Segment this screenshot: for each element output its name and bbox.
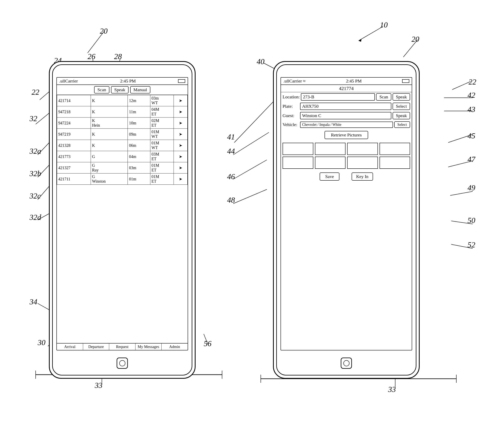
item-id: 421327 (57, 162, 91, 173)
ref-33-left: 33 (95, 381, 102, 390)
scan-button-left[interactable]: Scan (94, 86, 109, 94)
keyin-button[interactable]: Key In (352, 172, 373, 181)
item-id: 947218 (57, 106, 91, 118)
item-id: 421714 (57, 95, 91, 106)
plate-input[interactable] (300, 103, 391, 110)
svg-marker-1 (359, 39, 362, 42)
ref-32a: 32a (30, 146, 41, 156)
ref-10: 10 (380, 20, 388, 29)
item-code: 01MWT (150, 129, 174, 140)
tab-admin[interactable]: Admin (162, 343, 188, 350)
time-left: 2:45 PM (120, 78, 136, 84)
item-code: 04MET (150, 106, 174, 118)
guest-input[interactable] (300, 112, 391, 119)
plate-select-button[interactable]: Select (392, 103, 410, 110)
item-arrow[interactable]: ➤ (174, 151, 188, 162)
ref-43: 43 (467, 105, 475, 114)
pictures-grid (283, 143, 410, 169)
list-item[interactable]: 421714 K 12m 03mWT ➤ (57, 95, 188, 106)
ref-49: 49 (467, 183, 475, 192)
list-item[interactable]: 421711 GWinston 01m 01MET ➤ (57, 173, 188, 185)
pictures-section (281, 140, 412, 170)
ref-30: 30 (38, 338, 45, 347)
list-item[interactable]: 421773 G 04m 03MET ➤ (57, 151, 188, 162)
retrieve-section: Retrieve Pictures (281, 129, 412, 140)
time-right: 2:45 PM (346, 78, 362, 84)
ref-50: 50 (467, 216, 475, 225)
item-time: 09m (128, 129, 150, 140)
picture-cell-2[interactable] (315, 143, 346, 155)
tab-request[interactable]: Request (109, 343, 136, 350)
tab-arrival[interactable]: Arrival (57, 343, 83, 350)
manual-button-left[interactable]: Manual (130, 86, 150, 94)
retrieve-pictures-button[interactable]: Retrieve Pictures (325, 131, 368, 139)
picture-cell-3[interactable] (347, 143, 378, 155)
nav-tabs-left: Arrival Departure Request My Messages Ad… (57, 343, 188, 350)
item-zone: K (91, 140, 128, 151)
tab-departure[interactable]: Departure (83, 343, 109, 350)
ref-44: 44 (227, 146, 235, 156)
ref-48: 48 (227, 195, 235, 204)
location-scan-button[interactable]: Scan (376, 93, 391, 101)
location-row: Location: Scan Speak (281, 92, 412, 102)
home-button-left[interactable] (117, 358, 128, 369)
phone-left: .ullCarrier 2:45 PM Scan Speak Manual 42… (49, 61, 196, 379)
item-arrow[interactable]: ➤ (174, 118, 188, 129)
item-zone: KHein (91, 118, 128, 129)
ref-32d: 32d (30, 213, 41, 222)
list-item[interactable]: 947224 KHein 10m 02MET ➤ (57, 118, 188, 129)
guest-speak-button[interactable]: Speak (392, 112, 410, 119)
speak-button-left[interactable]: Speak (111, 86, 128, 94)
vehicle-select-button[interactable]: Select (394, 121, 410, 128)
ref-40: 40 (257, 57, 265, 66)
item-code: 02MET (150, 118, 174, 129)
svg-line-0 (359, 26, 383, 41)
item-arrow[interactable]: ➤ (174, 162, 188, 173)
guest-row: Guest: Speak (281, 111, 412, 120)
item-zone: K (91, 95, 128, 106)
item-zone: G (91, 151, 128, 162)
picture-cell-6[interactable] (315, 157, 346, 169)
ref-32b: 32b (30, 169, 41, 178)
item-code: 01MWT (150, 140, 174, 151)
phone-right: .ullCarrier ≈ 2:45 PM 421774 Location: S… (273, 61, 420, 379)
item-arrow[interactable]: ➤ (174, 129, 188, 140)
plate-label: Plate: (283, 104, 299, 109)
item-time: 06m (128, 140, 150, 151)
svg-line-21 (233, 132, 269, 155)
ref-47: 47 (467, 155, 475, 164)
list-item[interactable]: 947219 K 09m 01MWT ➤ (57, 129, 188, 140)
list-item[interactable]: 947218 K 11m 04MET ➤ (57, 106, 188, 118)
picture-cell-8[interactable] (379, 157, 410, 169)
item-time: 03m (128, 162, 150, 173)
ref-20-left: 20 (100, 26, 108, 36)
svg-line-18 (234, 98, 277, 143)
ref-20-right: 20 (412, 35, 419, 44)
save-button-right[interactable]: Save (320, 172, 340, 181)
location-speak-button[interactable]: Speak (392, 93, 410, 101)
list-item[interactable]: 421327 GRay 03m 01MET ➤ (57, 162, 188, 173)
item-code: 03MET (150, 151, 174, 162)
vehicle-input[interactable] (300, 122, 393, 128)
item-id: 947219 (57, 129, 91, 140)
item-arrow[interactable]: ➤ (174, 106, 188, 118)
picture-cell-1[interactable] (283, 143, 313, 155)
detail-id: 421774 (281, 85, 412, 92)
home-button-right[interactable] (341, 358, 352, 369)
list-item[interactable]: 421328 K 06m 01MWT ➤ (57, 140, 188, 151)
status-bar-right: .ullCarrier ≈ 2:45 PM (281, 78, 412, 85)
svg-line-5 (452, 81, 471, 90)
ref-45: 45 (467, 131, 475, 140)
item-arrow[interactable]: ➤ (174, 173, 188, 185)
picture-cell-7[interactable] (347, 157, 378, 169)
ref-33-right: 33 (388, 385, 396, 394)
picture-cell-4[interactable] (379, 143, 410, 155)
item-time: 04m (128, 151, 150, 162)
ref-32: 32 (30, 114, 37, 123)
location-input[interactable] (301, 93, 375, 101)
item-arrow[interactable]: ➤ (174, 95, 188, 106)
picture-cell-5[interactable] (283, 157, 313, 169)
item-zone: GWinston (91, 173, 128, 185)
item-arrow[interactable]: ➤ (174, 140, 188, 151)
tab-my-messages[interactable]: My Messages (136, 343, 162, 350)
